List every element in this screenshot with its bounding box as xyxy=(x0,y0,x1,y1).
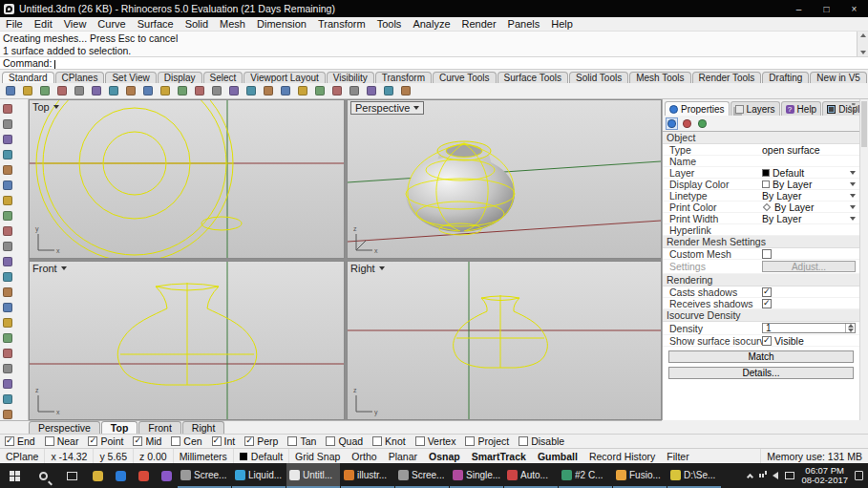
toolbar-tab-new-in-v5[interactable]: New in V5 xyxy=(810,72,867,83)
casts-shadows-checkbox[interactable] xyxy=(762,287,772,297)
stepper-arrows[interactable] xyxy=(845,324,855,332)
name-row[interactable]: Name xyxy=(663,156,859,167)
status-toggle-record-history[interactable]: Record History xyxy=(583,449,661,463)
shade-icon[interactable] xyxy=(261,84,275,98)
edge-browser-icon[interactable] xyxy=(109,463,132,488)
line-icon[interactable] xyxy=(0,162,14,177)
menu-curve[interactable]: Curve xyxy=(92,18,131,30)
viewport-tab-front[interactable]: Front xyxy=(138,421,181,434)
gumball-icon[interactable] xyxy=(347,84,361,98)
osnap-end[interactable]: End xyxy=(5,435,35,447)
osnap-cen-checkbox[interactable] xyxy=(171,436,180,446)
keyboard-icon[interactable] xyxy=(785,472,794,479)
osnap-perp-checkbox[interactable] xyxy=(244,436,254,446)
osnap-near-checkbox[interactable] xyxy=(45,436,54,446)
hyperlink-row[interactable]: Hyperlink xyxy=(663,224,859,236)
print-color-row[interactable]: Print ColorBy Layer xyxy=(663,202,859,213)
osnap-mid[interactable]: Mid xyxy=(133,435,161,447)
taskbar-app-2-untitl[interactable]: Untitl... xyxy=(286,463,340,488)
layer-row[interactable]: LayerDefault xyxy=(663,167,859,179)
toolbar-tab-render-tools[interactable]: Render Tools xyxy=(692,72,762,83)
grid-icon[interactable] xyxy=(329,84,344,98)
taskbar-app-0-scree[interactable]: Scree... xyxy=(178,463,231,488)
viewport-tab-right[interactable]: Right xyxy=(182,421,225,434)
osnap-near[interactable]: Near xyxy=(45,435,79,447)
status-toggle-grid-snap[interactable]: Grid Snap xyxy=(289,449,346,463)
menu-dimension[interactable]: Dimension xyxy=(251,18,312,30)
store-app-icon[interactable] xyxy=(155,463,178,488)
scroll-down-icon[interactable] xyxy=(860,51,866,54)
taskbar-app-7-2-c[interactable]: #2 C... xyxy=(559,463,612,488)
scroll-up-icon[interactable] xyxy=(860,33,866,37)
chevron-down-icon[interactable] xyxy=(848,217,857,221)
viewport-tab-perspective[interactable]: Perspective xyxy=(29,421,100,434)
toolbar-tab-set-view[interactable]: Set View xyxy=(105,72,156,83)
chrome-browser-icon[interactable] xyxy=(132,463,155,488)
viewport-perspective[interactable]: x z Perspective xyxy=(347,99,662,259)
tray-expand-icon[interactable] xyxy=(747,474,753,480)
osnap-quad-checkbox[interactable] xyxy=(326,436,335,446)
toolbar-tab-drafting[interactable]: Drafting xyxy=(762,72,809,83)
osnap-vertex-checkbox[interactable] xyxy=(415,436,425,446)
menu-transform[interactable]: Transform xyxy=(312,18,371,30)
osnap-disable[interactable]: Disable xyxy=(519,435,564,447)
sweep-icon[interactable] xyxy=(0,361,14,375)
free-form-curve-icon[interactable] xyxy=(0,193,14,207)
viewport-perspective-label[interactable]: Perspective xyxy=(350,101,424,115)
display-color-row[interactable]: Display ColorBy Layer xyxy=(663,179,859,190)
osnap-cen[interactable]: Cen xyxy=(171,435,201,447)
panel-tab-properties[interactable]: Properties xyxy=(665,101,730,116)
osnap-quad[interactable]: Quad xyxy=(326,435,363,447)
taskbar-app-3-illustr[interactable]: illustr... xyxy=(341,463,394,488)
menu-file[interactable]: File xyxy=(0,18,29,30)
menu-surface[interactable]: Surface xyxy=(132,18,180,30)
viewport-top-label[interactable]: Top xyxy=(32,101,59,113)
toolbar-tab-viewport-layout[interactable]: Viewport Layout xyxy=(243,72,326,83)
menu-help[interactable]: Help xyxy=(545,18,579,30)
network-icon[interactable] xyxy=(759,474,761,477)
taskbar-app-4-scree[interactable]: Scree... xyxy=(395,463,449,488)
show-isocurve-checkbox[interactable] xyxy=(762,336,772,346)
patch-icon[interactable] xyxy=(0,392,14,406)
print-width-row[interactable]: Print WidthBy Layer xyxy=(663,213,859,224)
menu-tools[interactable]: Tools xyxy=(371,18,408,30)
toolbar-tab-curve-tools[interactable]: Curve Tools xyxy=(433,72,497,83)
clock[interactable]: 06:07 PM 08-02-2017 xyxy=(801,466,848,486)
point-icon[interactable] xyxy=(0,132,14,146)
toolbar-tab-cplanes[interactable]: CPlanes xyxy=(55,72,105,83)
viewport-top[interactable]: x y Top xyxy=(29,99,345,259)
toolbar-tab-select[interactable]: Select xyxy=(203,72,243,83)
redo-icon[interactable] xyxy=(140,84,155,98)
osnap-end-checkbox[interactable] xyxy=(5,436,14,446)
panel-tab-layers[interactable]: Layers xyxy=(730,101,780,116)
open-file-icon[interactable] xyxy=(20,84,34,98)
status-toggle-ortho[interactable]: Ortho xyxy=(346,449,382,463)
density-stepper[interactable]: 1 xyxy=(762,323,856,333)
osnap-point[interactable]: Point xyxy=(88,435,123,447)
toolbar-tab-display[interactable]: Display xyxy=(158,72,202,83)
status-toggle-planar[interactable]: Planar xyxy=(383,449,423,463)
osnap-tan-checkbox[interactable] xyxy=(287,436,297,446)
viewport-right-label[interactable]: Right xyxy=(350,263,385,274)
menu-panels[interactable]: Panels xyxy=(502,18,546,30)
menu-render[interactable]: Render xyxy=(456,18,502,30)
chevron-down-icon[interactable] xyxy=(848,171,857,175)
render-icon[interactable] xyxy=(278,84,292,98)
active-layer-button[interactable]: Default xyxy=(234,449,289,463)
curve-tools-icon[interactable] xyxy=(0,285,14,299)
taskbar-app-9-d-se[interactable]: D:\Se... xyxy=(667,463,721,488)
osnap-perp[interactable]: Perp xyxy=(244,435,278,447)
menu-edit[interactable]: Edit xyxy=(29,18,58,30)
toolbar-tab-mesh-tools[interactable]: Mesh Tools xyxy=(629,72,690,83)
osnap-int[interactable]: Int xyxy=(212,435,236,447)
solid-box-icon[interactable] xyxy=(0,407,14,421)
print-icon[interactable] xyxy=(54,84,69,98)
command-history-scrollbar[interactable] xyxy=(857,32,868,56)
adjust-button[interactable]: Adjust... xyxy=(762,261,856,272)
status-toggle-osnap[interactable]: Osnap xyxy=(423,449,466,463)
rectangle-icon[interactable] xyxy=(0,254,14,268)
cut-icon[interactable] xyxy=(72,84,86,98)
light-icon[interactable] xyxy=(696,117,709,130)
taskbar-app-8-fusio[interactable]: Fusio... xyxy=(613,463,667,488)
select-window-icon[interactable] xyxy=(0,117,14,131)
